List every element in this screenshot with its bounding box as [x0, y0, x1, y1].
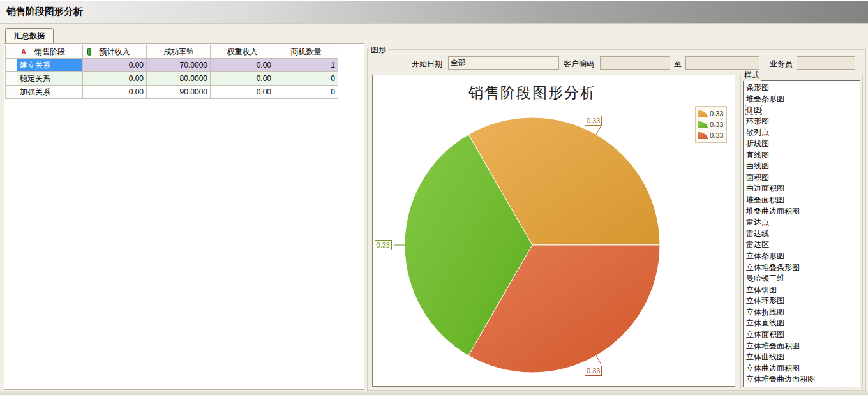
- list-item[interactable]: 曲边面积图: [744, 183, 860, 195]
- sort-a-icon: A: [21, 47, 26, 56]
- style-group-label: 样式: [742, 70, 761, 81]
- legend-swatch-icon: [698, 132, 708, 139]
- list-item[interactable]: 直线图: [744, 150, 860, 161]
- pie-label-leader: [596, 355, 601, 364]
- list-item[interactable]: 雷达区: [744, 239, 860, 251]
- list-item-label: 散列点: [746, 128, 769, 137]
- column-label: 销售阶段: [34, 47, 65, 56]
- table-cell[interactable]: 90.0000: [147, 86, 211, 99]
- start-date-label: 开始日期: [412, 59, 442, 70]
- pie-slice-value-label: 0.33: [585, 116, 602, 126]
- list-item[interactable]: 曼哈顿三维: [744, 273, 860, 285]
- tab-summary-data[interactable]: 汇总数据: [5, 28, 54, 43]
- list-item[interactable]: 环形图: [744, 116, 860, 128]
- legend-swatch-icon: [698, 121, 708, 128]
- table-cell[interactable]: 80.0000: [147, 72, 211, 86]
- row-header-cell[interactable]: [6, 72, 17, 86]
- table-cell[interactable]: 0.00: [211, 59, 274, 72]
- list-item[interactable]: 条形图: [744, 82, 860, 94]
- list-item[interactable]: 雷达点: [744, 217, 860, 228]
- list-item-label: 立体条形图: [746, 251, 784, 260]
- list-item-label: 环形图: [746, 117, 769, 126]
- column-label: 成功率%: [163, 47, 193, 56]
- table-cell[interactable]: 0: [274, 86, 338, 99]
- list-item[interactable]: 堆叠面积图: [744, 195, 860, 206]
- column-header-count[interactable]: 商机数量: [274, 45, 338, 59]
- list-item[interactable]: 立体曲边面积图: [744, 363, 860, 375]
- table-row[interactable]: 建立关系0.0070.00000.001: [6, 59, 338, 72]
- table-cell[interactable]: 70.0000: [147, 59, 211, 72]
- legend-value: 0.33: [710, 110, 723, 117]
- list-item[interactable]: 立体直线图: [744, 318, 860, 329]
- table-cell[interactable]: 0.00: [211, 72, 274, 86]
- column-header-expected[interactable]: 预计收入: [83, 45, 147, 59]
- list-item[interactable]: 堆叠曲边面积图: [744, 206, 860, 218]
- list-item[interactable]: 散列点: [744, 127, 860, 138]
- bottom-strip: [0, 391, 868, 395]
- customer-code-input[interactable]: [600, 56, 670, 70]
- list-item[interactable]: 立体条形图: [744, 251, 860, 262]
- list-item-label: 立体曲线图: [746, 352, 784, 361]
- row-header-corner: [6, 45, 17, 59]
- legend-value: 0.33: [710, 131, 723, 139]
- list-item[interactable]: 立体堆叠曲边面积图: [744, 374, 860, 385]
- table-cell[interactable]: 加强关系: [17, 86, 83, 99]
- table-cell[interactable]: 0.00: [83, 86, 147, 99]
- stage-table-body: 建立关系0.0070.00000.001稳定关系0.0080.00000.000…: [6, 59, 338, 99]
- list-item-label: 雷达线: [746, 229, 769, 238]
- list-item[interactable]: 堆叠条形图: [744, 94, 860, 105]
- table-cell[interactable]: 0.00: [83, 72, 147, 86]
- style-list: 条形图堆叠条形图饼图环形图散列点折线图直线图曲线图面积图曲边面积图堆叠面积图堆叠…: [743, 80, 860, 387]
- list-item[interactable]: 立体饼图: [744, 285, 860, 296]
- pie-chart: [373, 75, 736, 387]
- column-header-stage[interactable]: A 销售阶段: [17, 45, 83, 59]
- list-item-label: 堆叠条形图: [746, 94, 784, 103]
- legend-entry: 0.33: [698, 119, 726, 130]
- list-item[interactable]: 折线图: [744, 138, 860, 150]
- list-item[interactable]: 立体面积图: [744, 329, 860, 341]
- list-item-label: 曼哈顿三维: [746, 274, 784, 283]
- list-item-label: 曲边面积图: [746, 184, 784, 193]
- list-item-label: 立体饼图: [746, 285, 777, 294]
- pie-slice-value-label: 0.33: [585, 366, 602, 376]
- table-cell[interactable]: 1: [274, 59, 338, 72]
- chart-panel: 销售阶段图形分析 0.330.330.33 0.330.330.33: [372, 75, 735, 387]
- graph-group-label: 图形: [369, 45, 388, 56]
- list-item-label: 立体堆叠条形图: [746, 263, 800, 272]
- table-cell[interactable]: 0: [274, 72, 338, 86]
- list-item[interactable]: 雷达线: [744, 228, 860, 240]
- table-header-row: A 销售阶段 预计收入 成功率% 权重收入 商机数量: [6, 45, 338, 59]
- customer-code-label: 客户编码: [564, 59, 594, 70]
- table-cell[interactable]: 建立关系: [17, 59, 83, 72]
- list-item[interactable]: 面积图: [744, 172, 860, 184]
- list-item[interactable]: 曲线图: [744, 161, 860, 172]
- list-item-label: 堆叠曲边面积图: [746, 207, 800, 216]
- row-header-cell[interactable]: [6, 86, 17, 99]
- start-date-input[interactable]: [448, 56, 559, 70]
- list-item[interactable]: 立体环形图: [744, 295, 860, 307]
- row-header-cell[interactable]: [6, 59, 17, 72]
- list-item-label: 直线图: [746, 151, 769, 160]
- list-item[interactable]: 立体堆叠条形图: [744, 262, 860, 274]
- table-row[interactable]: 稳定关系0.0080.00000.000: [6, 72, 338, 86]
- table-row[interactable]: 加强关系0.0090.00000.000: [6, 86, 338, 99]
- list-item-label: 面积图: [746, 173, 769, 182]
- list-item-label: 饼图: [746, 105, 761, 114]
- list-item[interactable]: 立体折线图: [744, 307, 860, 318]
- list-item-label: 立体堆叠面积图: [746, 341, 800, 350]
- legend-entry: 0.33: [698, 130, 726, 140]
- table-cell[interactable]: 稳定关系: [17, 72, 83, 86]
- salesman-input[interactable]: [797, 56, 855, 70]
- list-item[interactable]: 饼图: [744, 105, 860, 116]
- column-header-weighted[interactable]: 权重收入: [211, 45, 274, 59]
- column-header-rate[interactable]: 成功率%: [147, 45, 211, 59]
- to-label: 至: [674, 59, 682, 70]
- customer-code-to-input[interactable]: [685, 56, 760, 70]
- list-item[interactable]: 立体堆叠面积图: [744, 341, 860, 352]
- list-item[interactable]: 立体曲线图: [744, 352, 860, 363]
- table-cell[interactable]: 0.00: [211, 86, 274, 99]
- table-cell[interactable]: 0.00: [83, 59, 147, 72]
- window-titlebar: 销售阶段图形分析: [0, 0, 868, 24]
- pie-label-leader: [596, 126, 601, 135]
- legend-swatch-icon: [698, 110, 708, 117]
